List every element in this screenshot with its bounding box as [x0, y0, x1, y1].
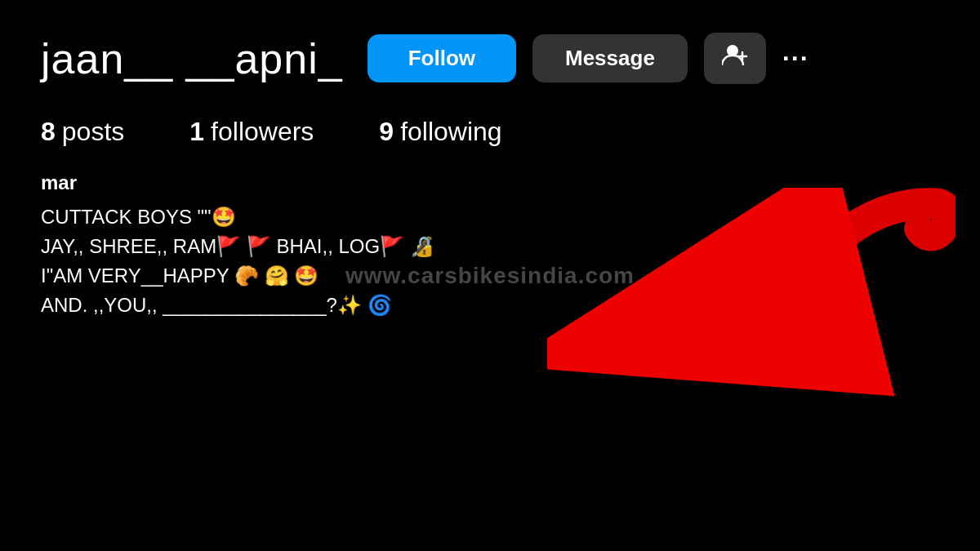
- followers-stat[interactable]: 1 followers: [189, 117, 314, 147]
- profile-header: jaan__ __apni_ Follow Message ···: [0, 0, 980, 109]
- profile-bio: mar CUTTACK BOYS ""🤩 JAY,, SHREE,, RAM🚩 …: [0, 155, 980, 336]
- bio-name: mar: [41, 171, 939, 194]
- bio-line-3: I"AM VERY__HAPPY 🥐 🤗 🤩: [41, 261, 939, 291]
- bio-line-1: CUTTACK BOYS ""🤩: [41, 202, 939, 232]
- following-label: following: [400, 117, 502, 147]
- posts-stat: 8 posts: [41, 117, 124, 147]
- add-person-icon: [722, 44, 748, 73]
- bio-line-4: AND. ,,YOU,, _______________?✨ 🌀: [41, 291, 939, 320]
- add-person-button[interactable]: [704, 33, 766, 84]
- more-options-button[interactable]: ···: [782, 43, 809, 73]
- posts-count: 8: [41, 117, 56, 147]
- following-count: 9: [379, 117, 394, 147]
- profile-stats: 8 posts 1 followers 9 following: [0, 109, 980, 155]
- bio-line-2: JAY,, SHREE,, RAM🚩 🚩 BHAI,, LOG🚩 🔏: [41, 232, 939, 261]
- bio-text: CUTTACK BOYS ""🤩 JAY,, SHREE,, RAM🚩 🚩 BH…: [41, 202, 939, 320]
- username: jaan__ __apni_: [41, 34, 343, 83]
- following-stat[interactable]: 9 following: [379, 117, 501, 147]
- posts-label: posts: [62, 117, 124, 147]
- followers-label: followers: [211, 117, 314, 147]
- followers-count: 1: [189, 117, 204, 147]
- follow-button[interactable]: Follow: [368, 34, 516, 82]
- message-button[interactable]: Message: [532, 34, 688, 82]
